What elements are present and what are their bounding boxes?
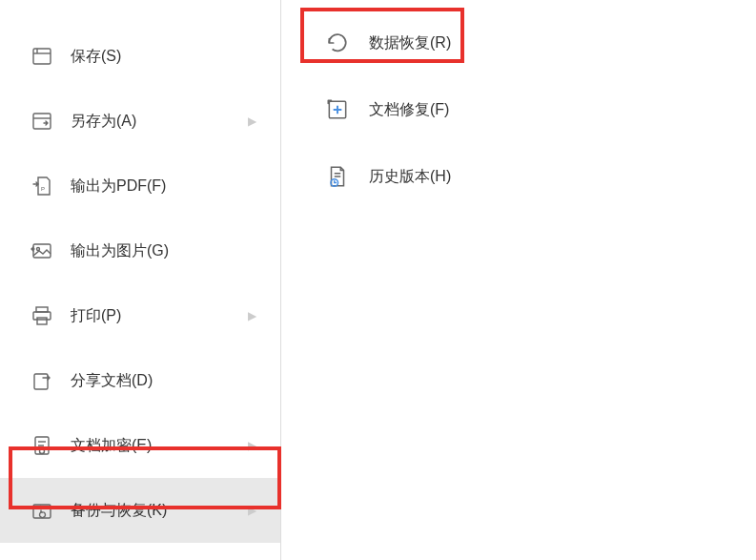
encrypt-icon	[29, 432, 55, 459]
backup-restore-icon	[29, 497, 55, 524]
right-submenu-panel: 数据恢复(R) 文档修复(F)	[281, 0, 756, 560]
image-icon	[29, 238, 55, 264]
svg-rect-11	[34, 374, 48, 389]
svg-rect-10	[37, 318, 47, 324]
submenu-label: 历史版本(H)	[369, 167, 451, 187]
chevron-right-icon: ▶	[248, 439, 271, 452]
menu-export-image[interactable]: 输出为图片(G)	[0, 218, 280, 283]
svg-rect-8	[36, 307, 48, 312]
menu-label: 备份与恢复(K)	[71, 501, 248, 521]
svg-point-7	[37, 248, 40, 251]
svg-rect-3	[33, 114, 51, 129]
menu-save-as[interactable]: 另存为(A) ▶	[0, 89, 280, 154]
menu-save[interactable]: 保存(S)	[0, 24, 280, 89]
pdf-icon: P	[29, 173, 55, 199]
chevron-right-icon: ▶	[248, 504, 271, 517]
menu-export-pdf[interactable]: P 输出为PDF(F)	[0, 154, 280, 218]
submenu-doc-repair[interactable]: 文档修复(F)	[281, 76, 756, 143]
print-icon	[29, 302, 55, 329]
menu-label: 分享文档(D)	[71, 371, 280, 391]
menu-label: 输出为PDF(F)	[71, 176, 280, 197]
svg-rect-0	[33, 49, 51, 64]
menu-share[interactable]: 分享文档(D)	[0, 348, 280, 413]
svg-rect-9	[33, 312, 51, 320]
menu-label: 打印(P)	[71, 306, 248, 326]
menu-label: 文档加密(E)	[71, 436, 248, 456]
recovery-icon	[323, 29, 352, 57]
svg-text:P: P	[41, 186, 45, 192]
chevron-right-icon: ▶	[248, 309, 271, 322]
submenu-data-recovery[interactable]: 数据恢复(R)	[281, 10, 756, 76]
save-as-icon	[29, 108, 55, 135]
repair-icon	[323, 95, 352, 124]
submenu-label: 数据恢复(R)	[369, 33, 451, 53]
submenu-label: 文档修复(F)	[369, 100, 449, 120]
menu-label: 保存(S)	[71, 47, 280, 67]
submenu-history[interactable]: 历史版本(H)	[281, 143, 756, 210]
chevron-right-icon: ▶	[248, 114, 271, 128]
menu-print[interactable]: 打印(P) ▶	[0, 283, 280, 348]
left-menu-panel: 保存(S) 另存为(A) ▶ P 输出为PDF(F)	[0, 0, 281, 560]
svg-point-13	[40, 449, 45, 454]
history-icon	[323, 162, 352, 191]
menu-backup-restore[interactable]: 备份与恢复(K) ▶	[0, 478, 280, 543]
menu-encrypt[interactable]: 文档加密(E) ▶	[0, 413, 280, 478]
share-icon	[29, 367, 55, 394]
save-icon	[29, 43, 55, 70]
menu-label: 输出为图片(G)	[71, 241, 280, 261]
svg-rect-16	[33, 505, 51, 518]
menu-label: 另存为(A)	[71, 112, 248, 132]
